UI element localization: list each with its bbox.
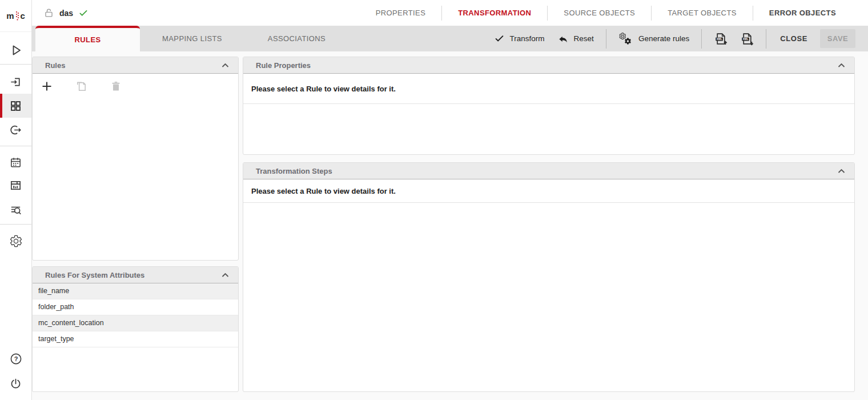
sidebar-divider (0, 224, 31, 225)
transformation-steps-title: Transformation Steps (256, 167, 332, 175)
sub-tabs: RULES MAPPING LISTS ASSOCIATIONS (35, 26, 349, 51)
transformation-steps-empty-message: Please select a Rule to view details for… (243, 179, 854, 203)
rules-panel-header: Rules (33, 57, 238, 74)
sidebar-item-transformation[interactable] (0, 94, 31, 118)
rule-properties-title: Rule Properties (256, 61, 311, 70)
document-name: das (59, 9, 73, 18)
list-item[interactable]: mc_content_location (33, 315, 238, 331)
tab-mapping-lists[interactable]: MAPPING LISTS (140, 26, 244, 51)
list-item[interactable]: folder_path (33, 299, 238, 315)
collapse-button[interactable] (838, 63, 845, 68)
system-attributes-title: Rules For System Attributes (45, 271, 144, 279)
rule-properties-panel: Rule Properties Please select a Rule to … (243, 57, 855, 155)
sign-in-icon (9, 75, 22, 89)
sidebar-item-logs[interactable] (0, 198, 31, 222)
lock-icon (43, 7, 54, 18)
sidebar-item-settings[interactable] (0, 229, 31, 253)
rules-panel: Rules (32, 57, 239, 261)
tab-target-objects[interactable]: TARGET OBJECTS (651, 6, 753, 21)
tab-error-objects[interactable]: ERROR OBJECTS (753, 6, 852, 21)
logo-letter-m: m (6, 11, 14, 21)
save-button[interactable]: SAVE (820, 29, 855, 48)
gears-icon (618, 32, 633, 46)
toolbar-divider (766, 29, 766, 49)
app-logo: m c (0, 0, 31, 32)
xml-import-icon: XML (714, 32, 728, 46)
collapse-button[interactable] (222, 273, 229, 278)
chevron-up-icon (838, 63, 845, 68)
list-item[interactable]: file_name (33, 283, 238, 299)
play-icon (9, 43, 23, 57)
sidebar-item-logout[interactable] (0, 371, 31, 395)
chevron-up-icon (222, 63, 229, 68)
top-bar: das PROPERTIES TRANSFORMATION SOURCE OBJ… (32, 0, 868, 26)
power-icon (9, 377, 22, 390)
sidebar-item-run[interactable] (0, 38, 31, 62)
check-icon (78, 8, 89, 18)
transform-button[interactable]: Transform (488, 26, 551, 51)
copy-rule-button[interactable] (75, 76, 101, 97)
sign-out-icon (9, 123, 22, 137)
list-item[interactable]: target_type (33, 331, 238, 347)
add-rule-button[interactable] (40, 76, 66, 97)
tab-source-objects[interactable]: SOURCE OBJECTS (547, 6, 651, 21)
logo-dots-icon (15, 10, 20, 22)
grid-icon (9, 99, 22, 113)
svg-text:?: ? (14, 355, 18, 362)
svg-text:XML: XML (743, 38, 749, 41)
svg-text:XML: XML (717, 38, 722, 41)
sidebar-divider (0, 64, 31, 65)
copy-icon (75, 80, 88, 93)
tab-rules[interactable]: RULES (35, 26, 140, 51)
sidebar-item-export[interactable] (0, 118, 31, 142)
trash-icon (110, 80, 122, 93)
rule-properties-header: Rule Properties (243, 57, 854, 74)
header-nav-tabs: PROPERTIES TRANSFORMATION SOURCE OBJECTS… (360, 6, 852, 21)
system-attributes-header: Rules For System Attributes (33, 267, 238, 283)
chevron-up-icon (222, 273, 229, 278)
action-bar: Transform Reset Generate rules (488, 26, 868, 51)
transformation-steps-header: Transformation Steps (243, 163, 854, 179)
collapse-button[interactable] (222, 63, 229, 68)
reset-arrow-icon (557, 33, 569, 45)
transformation-steps-panel: Transformation Steps Please select a Rul… (243, 162, 855, 392)
close-button[interactable]: CLOSE (772, 34, 815, 43)
report-icon (9, 179, 22, 192)
reset-button[interactable]: Reset (551, 26, 600, 51)
sidebar-item-help[interactable]: ? (0, 347, 31, 371)
calendar-icon (9, 156, 22, 169)
system-attributes-panel: Rules For System Attributes file_name fo… (32, 266, 239, 392)
rule-properties-empty-message: Please select a Rule to view details for… (243, 74, 854, 104)
document-badge: das (32, 7, 89, 18)
tab-associations[interactable]: ASSOCIATIONS (244, 26, 349, 51)
export-xml-button[interactable]: XML (734, 26, 760, 51)
chevron-up-icon (838, 169, 845, 174)
delete-rule-button[interactable] (110, 76, 136, 97)
toolbar-divider (606, 29, 606, 49)
rules-panel-title: Rules (45, 61, 65, 70)
toolbar-divider (701, 29, 702, 49)
rules-toolbar (33, 74, 238, 99)
plus-icon (40, 79, 54, 93)
import-xml-button[interactable]: XML (708, 26, 734, 51)
checkmark-icon (494, 33, 505, 44)
sidebar: m c (0, 0, 32, 400)
logo-letter-c: c (21, 11, 25, 21)
sub-tab-bar: RULES MAPPING LISTS ASSOCIATIONS Transfo… (32, 26, 868, 51)
help-icon: ? (9, 352, 23, 366)
sidebar-divider (0, 146, 31, 146)
tab-transformation[interactable]: TRANSFORMATION (441, 6, 547, 21)
sidebar-item-dashboard[interactable] (0, 173, 31, 197)
reset-label: Reset (574, 34, 594, 43)
transform-label: Transform (510, 34, 545, 43)
generate-rules-label: Generate rules (638, 34, 689, 43)
sidebar-item-scheduler[interactable] (0, 150, 31, 174)
search-list-icon (9, 203, 22, 217)
collapse-button[interactable] (838, 169, 845, 174)
sidebar-item-import[interactable] (0, 70, 31, 94)
gear-icon (9, 234, 23, 248)
generate-rules-button[interactable]: Generate rules (612, 26, 696, 51)
tab-properties[interactable]: PROPERTIES (360, 6, 442, 21)
xml-export-icon: XML (740, 32, 754, 46)
